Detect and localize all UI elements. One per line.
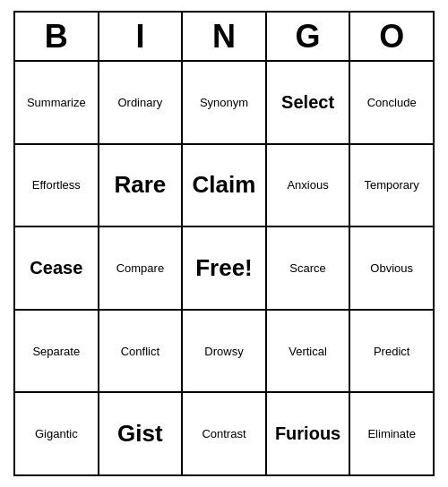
bingo-row-1: EffortlessRareClaimAnxiousTemporary bbox=[15, 145, 433, 228]
cell-2-2[interactable]: Free! bbox=[183, 227, 267, 309]
cell-1-1[interactable]: Rare bbox=[99, 145, 184, 226]
bingo-row-4: GiganticGistContrastFuriousEliminate bbox=[15, 393, 433, 474]
cell-0-0[interactable]: Summarize bbox=[15, 62, 99, 143]
cell-3-1[interactable]: Conflict bbox=[99, 311, 184, 392]
bingo-card: BINGO SummarizeOrdinarySynonymSelectConc… bbox=[13, 11, 435, 476]
cell-2-3[interactable]: Scarce bbox=[267, 227, 351, 309]
cell-3-3[interactable]: Vertical bbox=[267, 311, 351, 392]
header-letter-b: B bbox=[15, 13, 99, 60]
header-letter-o: O bbox=[350, 13, 433, 60]
cell-1-2[interactable]: Claim bbox=[183, 145, 267, 226]
cell-0-1[interactable]: Ordinary bbox=[99, 62, 184, 143]
cell-3-2[interactable]: Drowsy bbox=[183, 311, 267, 392]
cell-1-4[interactable]: Temporary bbox=[350, 145, 433, 226]
header-letter-i: I bbox=[99, 13, 184, 60]
cell-2-0[interactable]: Cease bbox=[15, 227, 99, 309]
header-letter-n: N bbox=[183, 13, 267, 60]
cell-3-4[interactable]: Predict bbox=[350, 311, 433, 392]
cell-4-0[interactable]: Gigantic bbox=[15, 393, 99, 474]
cell-4-3[interactable]: Furious bbox=[267, 393, 351, 474]
bingo-row-0: SummarizeOrdinarySynonymSelectConclude bbox=[15, 62, 433, 145]
cell-4-2[interactable]: Contrast bbox=[183, 393, 267, 474]
cell-1-0[interactable]: Effortless bbox=[15, 145, 99, 226]
bingo-header: BINGO bbox=[15, 13, 433, 62]
header-letter-g: G bbox=[267, 13, 351, 60]
cell-2-1[interactable]: Compare bbox=[99, 227, 184, 309]
bingo-grid: SummarizeOrdinarySynonymSelectConcludeEf… bbox=[15, 62, 433, 474]
cell-2-4[interactable]: Obvious bbox=[350, 227, 433, 309]
cell-4-4[interactable]: Eliminate bbox=[350, 393, 433, 474]
cell-0-3[interactable]: Select bbox=[267, 62, 351, 143]
bingo-row-2: CeaseCompareFree!ScarceObvious bbox=[15, 227, 433, 311]
cell-0-2[interactable]: Synonym bbox=[183, 62, 267, 143]
cell-0-4[interactable]: Conclude bbox=[350, 62, 433, 143]
bingo-row-3: SeparateConflictDrowsyVerticalPredict bbox=[15, 311, 433, 394]
cell-4-1[interactable]: Gist bbox=[99, 393, 184, 474]
cell-1-3[interactable]: Anxious bbox=[267, 145, 351, 226]
cell-3-0[interactable]: Separate bbox=[15, 311, 99, 392]
